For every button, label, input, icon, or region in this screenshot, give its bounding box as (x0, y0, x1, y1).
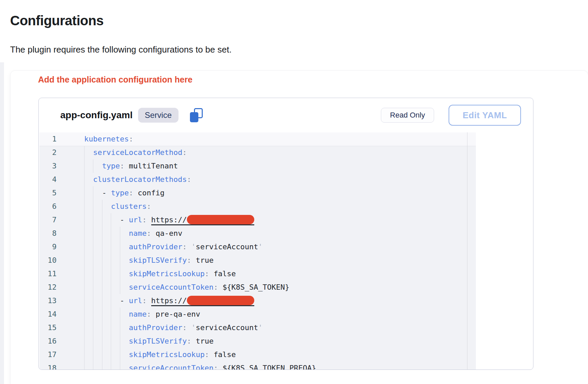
line-number: 7 (39, 213, 57, 227)
code-text: kubernetes: (84, 132, 133, 146)
code-line: 9 authProvider: 'serviceAccount' (39, 240, 467, 254)
url-link[interactable]: https:// (151, 216, 254, 225)
code-line: 17 skipMetricsLookup: false (39, 348, 467, 361)
line-number: 15 (39, 321, 57, 334)
code-line: 10 skipTLSVerify: true (39, 254, 467, 267)
code-text: skipMetricsLookup: false (84, 267, 236, 281)
code-text: serviceAccountToken: ${K8S_SA_TOKEN_PREQ… (84, 361, 316, 370)
code-line: 12 serviceAccountToken: ${K8S_SA_TOKEN} (39, 281, 467, 294)
code-text: - url: https:// (84, 294, 254, 308)
code-text: name: pre-qa-env (84, 308, 200, 321)
line-number: 1 (39, 132, 57, 146)
page-subtitle: The plugin requires the following config… (10, 44, 232, 55)
editor-header: app-config.yaml Service Read Only Edit Y… (39, 98, 533, 132)
edit-yaml-button[interactable]: Edit YAML (449, 105, 521, 126)
code-text: type: multiTenant (84, 159, 178, 173)
code-line: 15 authProvider: 'serviceAccount' (39, 321, 467, 334)
code-text: skipMetricsLookup: false (84, 348, 236, 361)
line-number: 14 (39, 308, 57, 321)
code-text: skipTLSVerify: true (84, 254, 214, 267)
code-line: 13 - url: https:// (39, 294, 467, 308)
code-text: skipTLSVerify: true (84, 334, 214, 348)
code-text: authProvider: 'serviceAccount' (84, 321, 263, 334)
code-line: 16 skipTLSVerify: true (39, 334, 467, 348)
code-line: 8 name: qa-env (39, 227, 467, 240)
code-line: 18 serviceAccountToken: ${K8S_SA_TOKEN_P… (39, 361, 467, 370)
code-text: - url: https:// (84, 213, 254, 227)
code-line: 3 type: multiTenant (39, 159, 467, 173)
code-line: 2 serviceLocatorMethod: (39, 146, 467, 159)
line-number: 9 (39, 240, 57, 254)
yaml-editor-card: app-config.yaml Service Read Only Edit Y… (38, 98, 533, 370)
url-link[interactable]: https:// (151, 296, 254, 306)
code-line: 11 skipMetricsLookup: false (39, 267, 467, 281)
code-text: - type: config (84, 186, 164, 200)
service-badge: Service (138, 108, 178, 123)
redacted-url (187, 215, 254, 224)
code-line: 1kubernetes: (39, 132, 467, 146)
line-number: 8 (39, 227, 57, 240)
code-text: clusterLocatorMethods: (84, 173, 191, 186)
line-number: 4 (39, 173, 57, 186)
line-number: 11 (39, 267, 57, 281)
code-line: 4 clusterLocatorMethods: (39, 173, 467, 186)
redacted-url (187, 296, 254, 305)
code-text: serviceAccountToken: ${K8S_SA_TOKEN} (84, 281, 289, 294)
page-title: Configurations (10, 13, 103, 28)
line-number: 17 (39, 348, 57, 361)
vertical-scrollbar[interactable] (467, 132, 476, 370)
code-line: 5 - type: config (39, 186, 467, 200)
line-number: 2 (39, 146, 57, 159)
code-line: 14 name: pre-qa-env (39, 308, 467, 321)
code-text: clusters: (84, 200, 151, 213)
line-number: 12 (39, 281, 57, 294)
line-number: 18 (39, 361, 57, 370)
line-number: 3 (39, 159, 57, 173)
line-number: 6 (39, 200, 57, 213)
code-text: serviceLocatorMethod: (84, 146, 187, 159)
copy-icon-front (190, 112, 198, 122)
config-instruction-heading: Add the application configuration here (38, 75, 192, 85)
code-editor[interactable]: 1kubernetes:2 serviceLocatorMethod:3 typ… (39, 132, 476, 370)
read-only-button[interactable]: Read Only (381, 108, 434, 123)
code-line: 6 clusters: (39, 200, 467, 213)
code-text: authProvider: 'serviceAccount' (84, 240, 263, 254)
copy-button[interactable] (190, 108, 203, 122)
line-number: 13 (39, 294, 57, 308)
code-lines: 1kubernetes:2 serviceLocatorMethod:3 typ… (39, 132, 467, 370)
left-gutter-strip (0, 62, 4, 384)
line-number: 5 (39, 186, 57, 200)
code-line: 7 - url: https:// (39, 213, 467, 227)
line-number: 10 (39, 254, 57, 267)
code-text: name: qa-env (84, 227, 182, 240)
filename-label: app-config.yaml (60, 110, 133, 121)
line-number: 16 (39, 334, 57, 348)
